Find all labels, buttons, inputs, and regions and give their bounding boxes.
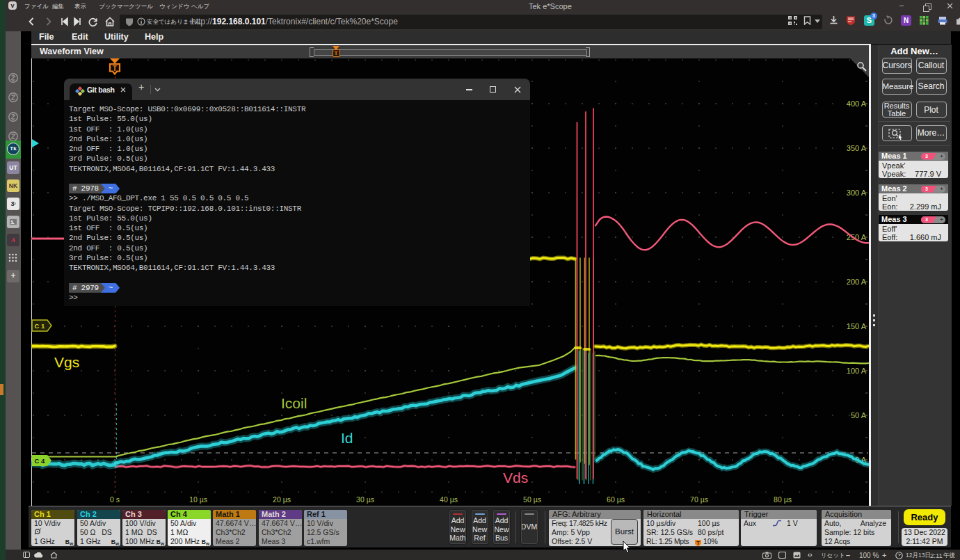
svg-text:50 µs: 50 µs [523,495,541,504]
svg-text:10 µs: 10 µs [189,495,207,504]
svg-text:80 µs: 80 µs [774,495,792,504]
svg-text:Id: Id [341,430,353,446]
svg-text:350 A: 350 A [847,144,867,152]
svg-text:150 A: 150 A [847,322,867,330]
svg-text:Icoil: Icoil [281,395,307,411]
svg-text:C 1: C 1 [35,322,46,330]
svg-text:Vds: Vds [503,470,528,486]
svg-text:60 µs: 60 µs [607,495,625,504]
svg-text:30 µs: 30 µs [356,495,374,504]
svg-text:50 A: 50 A [851,411,867,419]
svg-text:0 s: 0 s [110,495,120,504]
svg-text:400 A: 400 A [847,99,867,108]
svg-text:70 µs: 70 µs [690,495,708,504]
svg-text:200 A: 200 A [847,278,867,286]
svg-text:Vgs: Vgs [54,354,79,370]
svg-text:20 µs: 20 µs [273,495,291,504]
svg-text:40 µs: 40 µs [440,495,458,504]
svg-text:C 4: C 4 [35,457,46,465]
svg-text:300 A: 300 A [847,189,867,197]
svg-text:100 A: 100 A [847,367,867,375]
svg-text:T: T [113,64,118,72]
